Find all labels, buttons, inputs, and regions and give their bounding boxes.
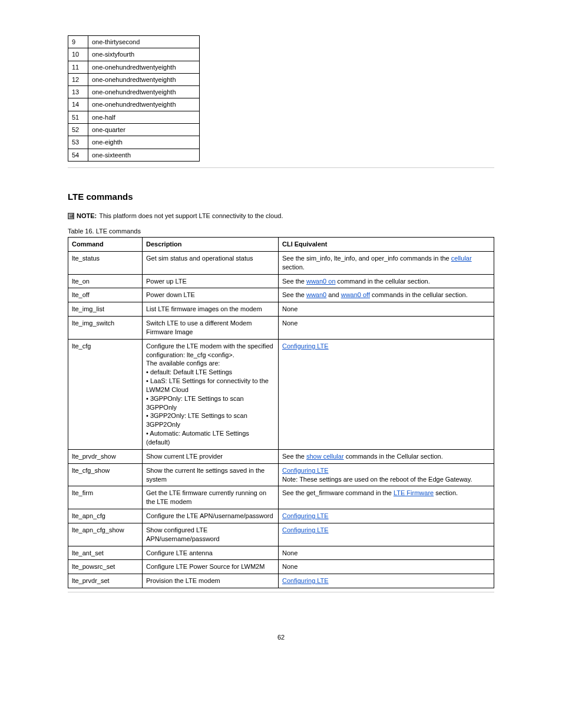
cell-value: 54 [68, 149, 88, 161]
table-row: lte_img_listList LTE firmware images on … [68, 302, 494, 317]
cell-label: one-onehundredtwentyeighth [88, 98, 200, 111]
cell-cli: See the wwan0 on command in the cellular… [279, 274, 494, 288]
note-icon [68, 213, 74, 219]
cell-command: lte_img_switch [68, 317, 143, 340]
cell-description: Power down LTE [143, 288, 279, 302]
cell-description: Provision the LTE modem [143, 574, 279, 588]
cell-cli: Configuring LTE [279, 339, 494, 449]
col-description: Description [143, 237, 279, 251]
cell-description: Show current LTE provider [143, 449, 279, 463]
cell-value: 53 [68, 136, 88, 149]
table-row: 51one-half [68, 111, 200, 123]
cell-command: lte_prvdr_show [68, 449, 143, 463]
table-row: lte_apn_cfg_showShow configured LTE APN/… [68, 523, 494, 546]
cell-value: 13 [68, 86, 88, 98]
table-row: lte_cfg_showShow the current lte setting… [68, 463, 494, 486]
cli-link[interactable]: wwan0 on [306, 278, 336, 285]
cell-command: lte_cfg_show [68, 463, 143, 486]
cell-command: lte_apn_cfg [68, 509, 143, 523]
cell-command: lte_off [68, 288, 143, 302]
cell-command: lte_img_list [68, 302, 143, 317]
cell-description: Configure LTE antenna [143, 546, 279, 560]
cell-command: lte_powsrc_set [68, 560, 143, 574]
cell-value: 10 [68, 48, 88, 61]
table-row: lte_powsrc_setConfigure LTE Power Source… [68, 560, 494, 574]
cli-link[interactable]: Configuring LTE [282, 526, 329, 533]
cli-link[interactable]: wwan0 [306, 291, 326, 298]
table-row: 54one-sixteenth [68, 149, 200, 161]
cli-link[interactable]: Configuring LTE [282, 512, 329, 519]
cli-link[interactable]: Configuring LTE [282, 577, 329, 584]
cell-label: one-onehundredtwentyeighth [88, 73, 200, 85]
table-row: lte_onPower up LTESee the wwan0 on comma… [68, 274, 494, 288]
cli-link[interactable]: show cellular [306, 453, 344, 460]
table-row: lte_statusGet sim status and operational… [68, 251, 494, 274]
table-row: 11one-onehundredtwentyeighth [68, 61, 200, 73]
cell-description: Power up LTE [143, 274, 279, 288]
cell-cli: Configuring LTE Note: These settings are… [279, 463, 494, 486]
cli-link[interactable]: Configuring LTE [282, 342, 329, 350]
table-row: lte_apn_cfgConfigure the LTE APN/usernam… [68, 509, 494, 523]
cli-link[interactable]: Configuring LTE [282, 467, 329, 474]
cell-cli: None [279, 560, 494, 574]
cell-label: one-eighth [88, 136, 200, 149]
cell-description: Switch LTE to use a different Modem Firm… [143, 317, 279, 340]
table-row: lte_ant_setConfigure LTE antennaNone [68, 546, 494, 560]
cell-cli: See the wwan0 and wwan0 off commands in … [279, 288, 494, 302]
table-caption: Table 16. LTE commands [68, 228, 494, 235]
table-row: lte_img_switchSwitch LTE to use a differ… [68, 317, 494, 340]
cell-description: Configure the LTE modem with the specifi… [143, 339, 279, 449]
cell-label: one-half [88, 111, 200, 123]
cell-cli: Configuring LTE [279, 523, 494, 546]
table-row: lte_firmGet the LTE firmware currently r… [68, 486, 494, 509]
note: NOTE: This platform does not yet support… [68, 212, 494, 219]
cell-description: Configure the LTE APN/username/password [143, 509, 279, 523]
cell-description: Get the LTE firmware currently running o… [143, 486, 279, 509]
cell-command: lte_apn_cfg_show [68, 523, 143, 546]
cell-label: one-sixteenth [88, 149, 200, 161]
table-row: 12one-onehundredtwentyeighth [68, 73, 200, 85]
cell-value: 12 [68, 73, 88, 85]
cell-description: List LTE firmware images on the modem [143, 302, 279, 317]
divider [68, 592, 494, 592]
table-row: 9one-thirtysecond [68, 36, 200, 48]
note-text: This platform does not yet support LTE c… [99, 212, 283, 219]
divider [68, 167, 494, 168]
table-row: lte_prvdr_setProvision the LTE modemConf… [68, 574, 494, 588]
cli-link[interactable]: cellular [451, 255, 472, 262]
lte-commands-table: Command Description CLI Equivalent lte_s… [68, 237, 494, 588]
cli-link[interactable]: LTE Firmware [394, 489, 434, 496]
table-row: 53one-eighth [68, 136, 200, 149]
cli-link[interactable]: wwan0 off [341, 291, 370, 298]
table-header-row: Command Description CLI Equivalent [68, 237, 494, 251]
cell-cli: See the get_firmware command in the LTE … [279, 486, 494, 509]
cell-command: lte_on [68, 274, 143, 288]
table-row: lte_prvdr_showShow current LTE providerS… [68, 449, 494, 463]
table-row: 14one-onehundredtwentyeighth [68, 98, 200, 111]
cell-description: Configure LTE Power Source for LWM2M [143, 560, 279, 574]
cell-cli: See the show cellular commands in the Ce… [279, 449, 494, 463]
cell-value: 11 [68, 61, 88, 73]
col-command: Command [68, 237, 143, 251]
col-cli: CLI Equivalent [279, 237, 494, 251]
cell-cli: See the sim_info, lte_info, and oper_inf… [279, 251, 494, 274]
cell-cli: Configuring LTE [279, 574, 494, 588]
cell-cli: None [279, 317, 494, 340]
table-row: lte_offPower down LTESee the wwan0 and w… [68, 288, 494, 302]
cell-description: Show configured LTE APN/username/passwor… [143, 523, 279, 546]
cell-command: lte_prvdr_set [68, 574, 143, 588]
cell-value: 52 [68, 124, 88, 136]
table-row: 13one-onehundredtwentyeighth [68, 86, 200, 98]
cell-value: 51 [68, 111, 88, 123]
table-row: lte_cfgConfigure the LTE modem with the … [68, 339, 494, 449]
cell-cli: None [279, 302, 494, 317]
cell-description: Get sim status and operational status [143, 251, 279, 274]
section-title: LTE commands [68, 192, 494, 202]
cell-cli: Configuring LTE [279, 509, 494, 523]
table-row: 52one-quarter [68, 124, 200, 136]
cell-value: 9 [68, 36, 88, 48]
cell-cli: None [279, 546, 494, 560]
cell-label: one-onehundredtwentyeighth [88, 61, 200, 73]
note-label: NOTE: [77, 212, 97, 219]
cell-label: one-sixtyfourth [88, 48, 200, 61]
